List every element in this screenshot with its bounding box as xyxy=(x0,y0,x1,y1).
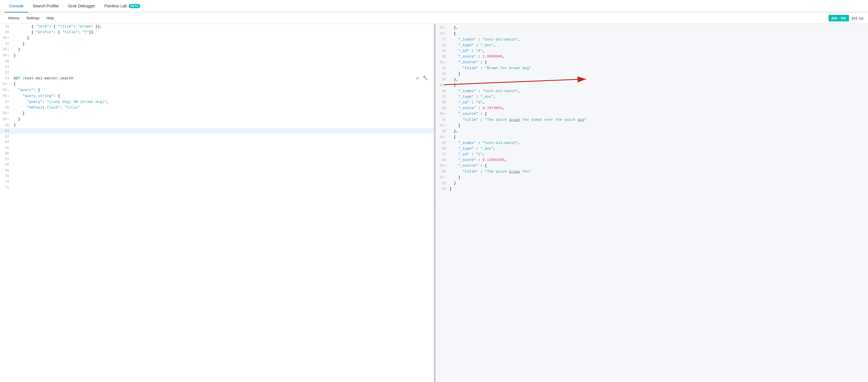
code-editor[interactable]: 44 { "term": { "title": "brown" }}, 45 {… xyxy=(0,24,434,382)
table-row: 40▾ "_source" : { xyxy=(436,111,868,117)
table-row: 61 } xyxy=(0,123,434,128)
tab-search-profiler[interactable]: Search Profiler xyxy=(28,0,64,12)
table-row: 43 }, xyxy=(436,129,868,134)
table-row: 53 GET /test-dsl-match/_search ▷ 🔧 xyxy=(0,76,434,81)
help-nav[interactable]: Help xyxy=(43,12,57,24)
output-panel[interactable]: 25▾ }, 26▾ { 27 "_index" : "test-dsl-mat… xyxy=(436,24,868,382)
table-row: 53 ] xyxy=(436,186,868,192)
table-row: 66 xyxy=(0,151,434,157)
table-row: 69 xyxy=(0,168,434,173)
output-content: 25▾ }, 26▾ { 27 "_index" : "test-dsl-mat… xyxy=(436,24,868,193)
table-row: 48▾ } xyxy=(0,47,434,53)
table-row: 50 "title" : "The quick brown fox" xyxy=(436,169,868,175)
table-row: 29 "_id" : "4", xyxy=(436,48,868,54)
run-query-icon[interactable]: ▷ xyxy=(417,76,419,81)
table-row: 44▾ { xyxy=(436,134,868,140)
table-row: 57 "query": "(Lazy dog) OR (brown dog)", xyxy=(0,99,434,105)
table-row: 48 "_score" : 0.12503365, xyxy=(436,157,868,163)
table-row: 33 } xyxy=(436,71,868,77)
status-code: 200 - OK xyxy=(829,15,849,21)
table-row: 72 xyxy=(0,185,434,190)
table-row: 38 "_id" : "3", xyxy=(436,100,868,105)
status-time: 101 ms xyxy=(851,16,864,20)
table-row: 68 xyxy=(0,162,434,168)
table-row: 52 } xyxy=(436,180,868,186)
table-row: 52 xyxy=(0,70,434,76)
beta-badge: BETA xyxy=(129,4,140,8)
table-row: 63 xyxy=(0,134,434,139)
table-row: 49▾ } xyxy=(0,53,434,59)
editor-actions: ▷ 🔧 xyxy=(417,76,428,81)
table-row: 32 "title" : "Brown fox brown dog" xyxy=(436,65,868,71)
table-row: 45 "_index" : "test-dsl-match", xyxy=(436,140,868,146)
table-row: 71 xyxy=(0,179,434,185)
table-row: 46 "_type" : "_doc", xyxy=(436,146,868,151)
table-row: 70 xyxy=(0,173,434,179)
table-row: 30 "_score" : 1.0089906, xyxy=(436,54,868,60)
table-row: 54▾ { xyxy=(0,81,434,87)
query-settings-icon[interactable]: 🔧 xyxy=(423,76,428,81)
table-row: 35▾ { xyxy=(436,82,868,89)
table-row: 55▾ "query": { xyxy=(0,87,434,93)
table-row: 64 xyxy=(0,139,434,145)
table-row: 36 "_index" : "test-dsl-match", xyxy=(436,89,868,94)
table-row: 51 xyxy=(0,64,434,70)
table-row: 47 } xyxy=(0,41,434,47)
table-row: 62 xyxy=(0,128,434,134)
table-row: 27 "_index" : "test-dsl-match", xyxy=(436,37,868,42)
table-row: 28 "_type" : "_doc", xyxy=(436,42,868,48)
table-row: 34 }, xyxy=(436,77,868,82)
table-row: 60▾ } xyxy=(0,116,434,123)
status-badge: 200 - OK 101 ms xyxy=(829,15,864,21)
table-row: 42▾ } xyxy=(436,123,868,129)
table-row: 59▾ } xyxy=(0,110,434,116)
table-row: 31▾ "_source" : { xyxy=(436,60,868,65)
editor-panel: 44 { "term": { "title": "brown" }}, 45 {… xyxy=(0,24,434,382)
table-row: 56▾ "query_string": { xyxy=(0,93,434,99)
table-row: 37 "_type" : "_doc", xyxy=(436,94,868,100)
table-row: 45 { "prefix": { "title": "f"}} xyxy=(0,30,434,35)
table-row: 25▾ }, xyxy=(436,25,868,31)
tab-painless-lab[interactable]: Painless Lab BETA xyxy=(100,0,145,12)
table-row: 39 "_score" : 0.7074054, xyxy=(436,105,868,111)
table-row: 49▾ "_source" : { xyxy=(436,163,868,169)
table-row: 67 xyxy=(0,157,434,162)
table-row: 65 xyxy=(0,145,434,151)
second-nav: History Settings Help 200 - OK 101 ms xyxy=(0,12,868,24)
table-row: 44 { "term": { "title": "brown" }}, xyxy=(0,24,434,30)
table-row: 50 xyxy=(0,59,434,64)
main-content: 44 { "term": { "title": "brown" }}, 45 {… xyxy=(0,24,868,382)
tab-grok-debugger[interactable]: Grok Debugger xyxy=(64,0,100,12)
tab-console[interactable]: Console xyxy=(4,0,28,12)
table-row: 58 "default_field": "title" xyxy=(0,105,434,110)
table-row: 41 "title" : "The quick brown fox jumps … xyxy=(436,117,868,123)
table-row: 46▾ ] xyxy=(0,35,434,41)
history-nav[interactable]: History xyxy=(4,12,23,24)
top-nav: Console Search Profiler Grok Debugger Pa… xyxy=(0,0,868,12)
table-row: 26▾ { xyxy=(436,31,868,37)
table-row: 51▾ } xyxy=(436,175,868,180)
table-row: 47 "_id" : "1", xyxy=(436,151,868,157)
settings-nav[interactable]: Settings xyxy=(23,12,43,24)
